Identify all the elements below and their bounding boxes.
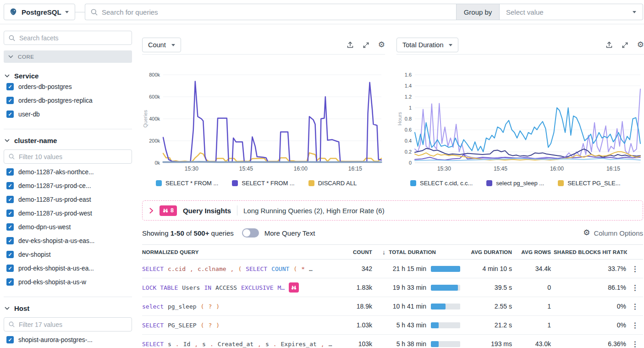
facet-value-label: demo-11287-us-prod-east bbox=[18, 196, 91, 203]
more-query-text-toggle[interactable] bbox=[242, 228, 259, 238]
core-group-header[interactable]: CORE bbox=[4, 50, 132, 63]
normalized-query-cell[interactable]: LOCK TABLE Users IN ACCESS EXCLUSIVE M… bbox=[142, 282, 339, 293]
svg-text:16:15: 16:15 bbox=[348, 166, 362, 172]
query-insights-banner[interactable]: 8 Query Insights Long Running Queries (2… bbox=[142, 200, 643, 221]
facet-section-header[interactable]: Service bbox=[4, 72, 132, 80]
row-menu-kebab[interactable]: ⋮ bbox=[627, 283, 643, 292]
metric-select-duration[interactable]: Total Duration bbox=[396, 38, 458, 52]
row-menu-kebab[interactable]: ⋮ bbox=[627, 265, 643, 273]
legend-entry[interactable]: SELECT * FROM ... bbox=[156, 180, 218, 187]
table-row[interactable]: select pg_sleep ( ? )18.9k10 h 41 min2.5… bbox=[142, 297, 643, 316]
checkbox-checked[interactable] bbox=[6, 223, 14, 231]
legend-label: SELECT c.cid, c.c... bbox=[420, 180, 473, 187]
checkbox-checked[interactable] bbox=[6, 278, 14, 286]
column-options-button[interactable]: ⚙ Column Options bbox=[583, 229, 643, 237]
facet-filter-placeholder: Filter 17 values bbox=[19, 321, 62, 328]
row-menu-kebab[interactable]: ⋮ bbox=[627, 302, 643, 311]
duration-chart-plot[interactable]: 1.61.41.210.80.60.40.2015:3015:4516:0016… bbox=[396, 58, 644, 175]
chevron-right-icon[interactable] bbox=[149, 208, 154, 214]
metric-select-label: Count bbox=[148, 41, 166, 49]
normalized-query-cell[interactable]: select pg_sleep ( ? ) bbox=[142, 303, 339, 310]
col-total-duration[interactable]: ↓ TOTAL DURATION bbox=[375, 249, 462, 256]
legend-entry[interactable]: SELECT c.cid, c.c... bbox=[410, 180, 473, 187]
normalized-query-cell[interactable]: SELECT c.cid, c.clname, ( SELECT COUNT (… bbox=[142, 265, 339, 272]
legend-entry[interactable]: SELECT PG_SLE... bbox=[558, 180, 620, 187]
export-icon[interactable] bbox=[605, 41, 613, 49]
checkbox-checked[interactable] bbox=[6, 251, 14, 258]
top-bar: PostgreSQL Search for queries Group by S… bbox=[0, 0, 644, 24]
count-chart-plot[interactable]: 800k600k400k200k0k15:3015:4516:0016:15Qu… bbox=[142, 58, 385, 175]
checkbox-checked[interactable] bbox=[6, 196, 14, 203]
svg-text:0: 0 bbox=[409, 160, 412, 166]
group-by-select[interactable]: Select value bbox=[500, 4, 643, 20]
normalized-query-cell[interactable]: SELECT PG_SLEEP ( ? ) bbox=[142, 322, 339, 329]
checkbox-checked[interactable] bbox=[6, 110, 14, 118]
col-avg-duration[interactable]: AVG DURATION bbox=[462, 249, 515, 255]
col-count[interactable]: COUNT bbox=[339, 249, 375, 255]
table-row[interactable]: SELECT c.cid, c.clname, ( SELECT COUNT (… bbox=[142, 260, 643, 278]
normalized-query-cell[interactable]: SELECT s. Id, s. Created_at, s. Expires_… bbox=[142, 341, 339, 348]
col-avg-rows[interactable]: AVG ROWS bbox=[515, 249, 554, 255]
facet-value-label: demo-11287-aks-northce... bbox=[18, 169, 94, 176]
count-cell: 103k bbox=[339, 340, 375, 348]
checkbox-checked[interactable] bbox=[6, 210, 14, 217]
table-row[interactable]: SELECT PG_SLEEP ( ? )1.03k5 h 43 min21.2… bbox=[142, 316, 643, 335]
count-cell: 1.03k bbox=[339, 321, 375, 329]
legend-entry[interactable]: DISCARD ALL bbox=[308, 180, 357, 187]
legend-entry[interactable]: select pg_sleep ... bbox=[486, 180, 544, 187]
facet-filter-input[interactable]: Filter 17 values bbox=[4, 317, 132, 331]
svg-text:15:45: 15:45 bbox=[494, 166, 507, 172]
checkbox-checked[interactable] bbox=[6, 237, 14, 244]
row-menu-kebab[interactable]: ⋮ bbox=[627, 321, 643, 330]
svg-text:0.6: 0.6 bbox=[405, 127, 412, 133]
hit-ratio-cell: 86.1% bbox=[554, 284, 627, 291]
gear-icon[interactable]: ⚙ bbox=[637, 41, 644, 49]
checkbox-checked[interactable] bbox=[6, 182, 14, 189]
query-text-segment: EXCLUSIVE bbox=[241, 284, 273, 291]
checkbox-checked[interactable] bbox=[6, 83, 14, 90]
facet-section-header[interactable]: Host bbox=[4, 304, 132, 312]
checkbox-checked[interactable] bbox=[6, 336, 14, 343]
checkbox-checked[interactable] bbox=[6, 97, 14, 104]
count-chart-legend: SELECT * FROM ...SELECT * FROM ...DISCAR… bbox=[142, 180, 385, 187]
table-row[interactable]: LOCK TABLE Users IN ACCESS EXCLUSIVE M…1… bbox=[142, 278, 643, 297]
col-hit-ratio[interactable]: SHARED BLOCKS HIT RATIO bbox=[554, 249, 627, 255]
query-text-segment: COUNT bbox=[271, 265, 289, 272]
hit-ratio-cell: 33.7% bbox=[554, 265, 627, 272]
query-text-segment: . bbox=[273, 341, 277, 348]
legend-swatch bbox=[232, 180, 238, 186]
query-insight-badge[interactable] bbox=[289, 282, 299, 293]
facet-filter-input[interactable]: Filter 10 values bbox=[4, 149, 132, 164]
fullscreen-icon[interactable] bbox=[622, 42, 628, 49]
svg-text:15:30: 15:30 bbox=[185, 166, 198, 172]
svg-text:0.2: 0.2 bbox=[405, 149, 412, 155]
legend-swatch bbox=[558, 180, 564, 186]
facet-search-input[interactable]: Search facets bbox=[4, 31, 132, 45]
product-selector[interactable]: PostgreSQL bbox=[4, 4, 75, 20]
facet-value-row: demo-11287-us-prod-west bbox=[4, 206, 132, 220]
query-text-segment: SELECT bbox=[142, 322, 164, 329]
metric-select-count[interactable]: Count bbox=[142, 38, 181, 52]
checkbox-checked[interactable] bbox=[6, 265, 14, 272]
table-row[interactable]: SELECT s. Id, s. Created_at, s. Expires_… bbox=[142, 335, 643, 348]
avg-duration-cell: 193 ms bbox=[462, 340, 515, 348]
gear-icon[interactable]: ⚙ bbox=[378, 41, 385, 49]
export-icon[interactable] bbox=[347, 41, 354, 49]
query-text-segment: SELECT bbox=[246, 265, 267, 272]
search-input[interactable]: Search for queries bbox=[85, 4, 456, 20]
checkbox-checked[interactable] bbox=[6, 168, 14, 176]
count-cell: 18.9k bbox=[339, 303, 375, 310]
fullscreen-icon[interactable] bbox=[363, 42, 369, 49]
search-icon bbox=[9, 154, 15, 160]
group-by-label: Group by bbox=[456, 4, 500, 20]
query-text-segment: … bbox=[329, 341, 332, 348]
row-menu-kebab[interactable]: ⋮ bbox=[627, 340, 643, 348]
count-chart-card: Count ⚙ 800k600k400k200k0k15:3015:4516:0… bbox=[142, 36, 385, 187]
query-text-segment: , bbox=[321, 341, 325, 348]
query-text-segment: ACCESS bbox=[215, 284, 237, 291]
legend-swatch bbox=[410, 180, 416, 186]
chevron-down-icon bbox=[5, 74, 10, 77]
hit-ratio-cell: 6.36% bbox=[554, 340, 627, 348]
facet-section-header[interactable]: cluster-name bbox=[4, 137, 132, 144]
legend-entry[interactable]: SELECT * FROM ... bbox=[232, 180, 294, 187]
